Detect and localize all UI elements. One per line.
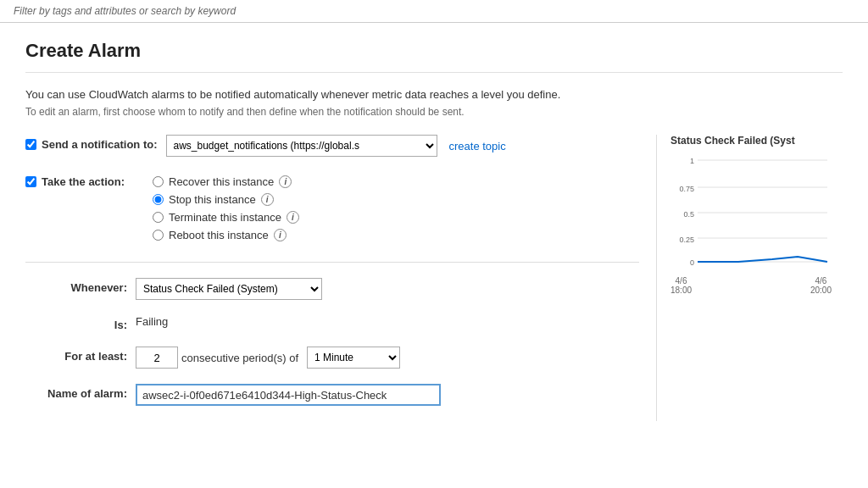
take-action-checkbox[interactable] [25,176,36,187]
svg-text:0.25: 0.25 [679,236,694,244]
take-action-content: Recover this instance i Stop this instan… [153,175,639,247]
alarm-name-content [136,384,639,406]
radio-row-reboot: Reboot this instance i [153,229,639,241]
svg-text:1: 1 [690,157,694,165]
for-atleast-row: For at least: consecutive period(s) of 1… [25,347,639,369]
alarm-name-row: Name of alarm: [25,384,639,406]
form-left: Send a notification to: aws_budget_notif… [25,135,639,421]
whenever-label: Whenever: [25,278,136,294]
radio-recover[interactable] [153,176,164,187]
filter-text: Filter by tags and attributes or search … [14,5,236,17]
recover-info-icon[interactable]: i [279,175,292,188]
notification-row: aws_budget_notifications (https://global… [166,135,640,157]
is-value: Failing [136,315,168,328]
reboot-info-icon[interactable]: i [274,229,287,241]
radio-terminate[interactable] [153,212,164,223]
for-atleast-input[interactable] [136,347,178,369]
is-label: Is: [25,315,136,331]
for-atleast-content: consecutive period(s) of 1 Minute 5 Minu… [136,347,639,369]
svg-text:0: 0 [690,258,694,267]
period-select[interactable]: 1 Minute 5 Minutes 15 Minutes 1 Hour [307,347,400,369]
notification-select[interactable]: aws_budget_notifications (https://global… [166,135,437,157]
top-bar: Filter by tags and attributes or search … [0,0,868,23]
divider [25,262,639,263]
send-notification-label: Send a notification to: [42,138,158,151]
create-topic-link[interactable]: create topic [449,140,506,152]
radio-reboot[interactable] [153,230,164,241]
radio-recover-label: Recover this instance [169,175,274,188]
alarm-name-label: Name of alarm: [25,384,136,400]
alarm-name-input[interactable] [136,384,441,406]
send-notification-content: aws_budget_notifications (https://global… [166,135,640,157]
chart-label-2: 4/6 20:00 [810,276,832,295]
page-title: Create Alarm [25,40,843,73]
for-atleast-inputs: consecutive period(s) of 1 Minute 5 Minu… [136,347,639,369]
form-section: Send a notification to: aws_budget_notif… [25,135,843,421]
whenever-row: Whenever: Status Check Failed (System) S… [25,278,639,300]
chart-label-2-line1: 4/6 [810,276,832,286]
is-row: Is: Failing [25,315,639,331]
chart-svg: 1 0.75 0.5 0.25 0 [670,153,832,272]
sub-description: To edit an alarm, first choose whom to n… [25,106,843,118]
is-content: Failing [136,315,639,328]
send-notification-checkbox[interactable] [25,139,36,150]
send-notification-label-container: Send a notification to: [25,135,166,151]
radio-terminate-label: Terminate this instance [169,211,281,224]
radio-stop-label: Stop this instance [169,193,256,206]
description: You can use CloudWatch alarms to be noti… [25,88,843,101]
radio-row-stop: Stop this instance i [153,193,639,206]
main-container: Create Alarm You can use CloudWatch alar… [0,23,868,488]
stop-info-icon[interactable]: i [261,193,274,206]
chart-label-2-line2: 20:00 [810,286,832,295]
take-action-label-container: Take the action: [25,172,136,188]
radio-reboot-label: Reboot this instance [169,229,269,241]
send-notification-row: Send a notification to: aws_budget_notif… [25,135,639,157]
take-action-checkbox-label[interactable]: Take the action: [25,175,127,188]
radio-row-recover: Recover this instance i [153,175,639,188]
terminate-info-icon[interactable]: i [287,211,299,224]
chart-label-1-line1: 4/6 [670,276,692,286]
whenever-content: Status Check Failed (System) Status Chec… [136,278,639,300]
take-action-label: Take the action: [42,175,125,188]
chart-panel: Status Check Failed (Syst 1 0.75 0.5 0.2… [656,135,843,421]
chart-x-labels: 4/6 18:00 4/6 20:00 [670,276,832,295]
for-atleast-label: For at least: [25,347,136,363]
for-atleast-suffix: consecutive period(s) of [181,352,298,364]
svg-text:0.5: 0.5 [683,210,694,219]
send-notification-checkbox-label[interactable]: Send a notification to: [25,138,158,151]
chart-label-1-line2: 18:00 [670,286,692,295]
radio-row-terminate: Terminate this instance i [153,211,639,224]
take-action-row: Take the action: Recover this instance i… [25,172,639,247]
svg-text:0.75: 0.75 [679,185,694,193]
chart-title: Status Check Failed (Syst [670,135,843,147]
chart-label-1: 4/6 18:00 [670,276,692,295]
whenever-select[interactable]: Status Check Failed (System) Status Chec… [136,278,322,300]
chart-area: 1 0.75 0.5 0.25 0 4/6 [670,153,832,272]
radio-stop[interactable] [153,194,164,205]
